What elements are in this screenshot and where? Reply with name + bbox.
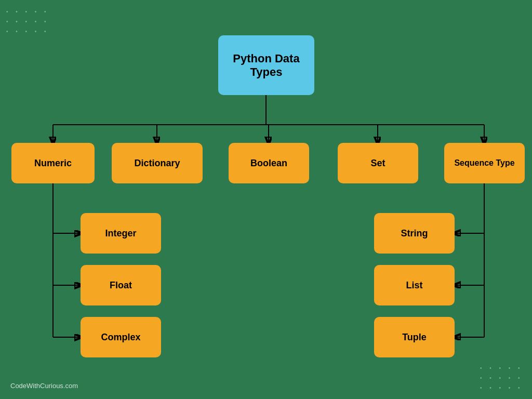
float-node: Float	[81, 265, 161, 305]
decorative-dots-bottom-right	[480, 363, 522, 389]
tuple-node: Tuple	[374, 317, 455, 357]
list-label: List	[406, 280, 422, 291]
set-node: Set	[338, 143, 418, 183]
root-node: Python Data Types	[218, 35, 314, 95]
root-label: Python Data Types	[218, 52, 314, 79]
complex-node: Complex	[81, 317, 161, 357]
set-label: Set	[370, 158, 385, 169]
float-label: Float	[110, 280, 132, 291]
dictionary-label: Dictionary	[134, 158, 180, 169]
decorative-dots-top-left	[6, 6, 48, 32]
boolean-label: Boolean	[250, 158, 287, 169]
sequence-node: Sequence Type	[444, 143, 525, 183]
list-node: List	[374, 265, 455, 305]
complex-label: Complex	[101, 332, 140, 343]
integer-label: Integer	[105, 228, 136, 239]
numeric-label: Numeric	[34, 158, 72, 169]
watermark: CodeWithCurious.com	[10, 382, 78, 390]
integer-node: Integer	[81, 213, 161, 254]
tuple-label: Tuple	[402, 332, 427, 343]
string-label: String	[401, 228, 428, 239]
dictionary-node: Dictionary	[112, 143, 203, 183]
boolean-node: Boolean	[229, 143, 309, 183]
numeric-node: Numeric	[11, 143, 95, 183]
sequence-label: Sequence Type	[454, 158, 514, 168]
string-node: String	[374, 213, 455, 254]
